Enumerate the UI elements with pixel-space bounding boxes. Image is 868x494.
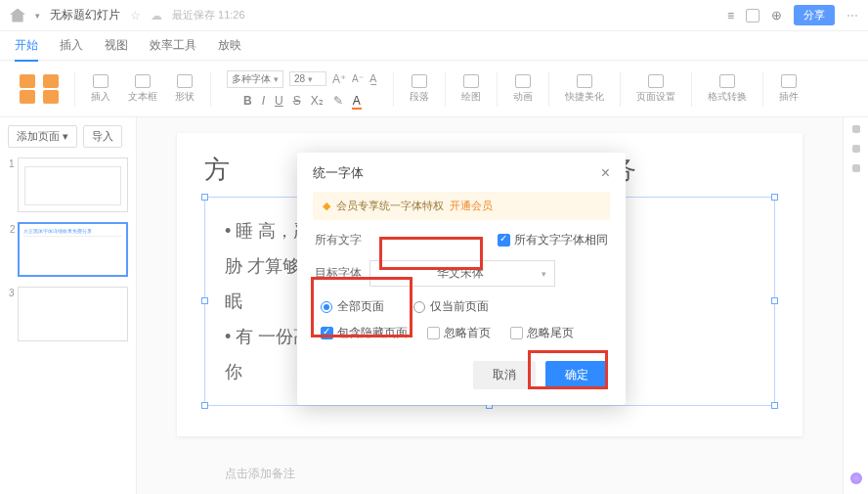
checkbox-off-icon xyxy=(510,327,523,339)
font-effects-icon[interactable]: A̲ xyxy=(369,72,377,85)
rail-icon-1[interactable] xyxy=(852,125,860,133)
paragraph-icon[interactable] xyxy=(412,74,427,88)
target-font-value: 华文宋体 xyxy=(437,265,484,282)
import-button[interactable]: 导入 xyxy=(83,125,122,148)
plugins-label: 插件 xyxy=(779,90,799,104)
slide-thumb-1[interactable]: 1 xyxy=(18,157,128,212)
draw-icon[interactable] xyxy=(463,74,479,88)
assistant-icon[interactable] xyxy=(850,472,862,484)
document-title[interactable]: 无标题幻灯片 xyxy=(50,7,120,23)
dialog-title: 统一字体 xyxy=(313,164,364,182)
tab-view[interactable]: 视图 xyxy=(105,37,128,54)
right-rail xyxy=(843,117,868,494)
close-icon[interactable]: × xyxy=(601,164,610,182)
target-font-select[interactable]: 华文宋体 ▾ xyxy=(369,260,555,287)
present-icon[interactable] xyxy=(746,9,760,22)
checkbox-on-icon xyxy=(498,234,510,247)
rail-icon-2[interactable] xyxy=(852,145,860,153)
chevron-down-icon: ▾ xyxy=(542,269,546,279)
textbox-icon[interactable] xyxy=(135,74,151,88)
format-convert-label: 格式转换 xyxy=(708,90,747,104)
highlight-icon[interactable]: ✎ xyxy=(333,94,343,108)
autosave-text: 最近保存 11:26 xyxy=(172,8,245,22)
chevron-down-icon[interactable]: ▾ xyxy=(35,11,40,21)
more-icon[interactable]: ⋯ xyxy=(846,9,858,22)
increase-font-icon[interactable]: A⁺ xyxy=(332,72,346,86)
tab-start[interactable]: 开始 xyxy=(15,37,38,54)
vip-banner: ◆ 会员专享统一字体特权 开通会员 xyxy=(313,192,610,220)
chk-skip-last[interactable]: 忽略尾页 xyxy=(510,325,574,341)
cancel-button[interactable]: 取消 xyxy=(473,361,536,389)
ok-button[interactable]: 确定 xyxy=(545,361,608,389)
page-setup-icon[interactable] xyxy=(648,74,664,88)
chk-skip-first[interactable]: 忽略首页 xyxy=(427,325,491,341)
menu-icon[interactable]: ≡ xyxy=(727,9,734,22)
clear-format-icon[interactable] xyxy=(43,90,59,104)
checkbox-off-icon xyxy=(427,327,440,339)
shape-label: 形状 xyxy=(175,90,195,104)
diamond-icon: ◆ xyxy=(323,200,330,212)
font-size-select[interactable]: 28▾ xyxy=(289,71,326,86)
checkbox-on-icon xyxy=(321,327,333,339)
paragraph-label: 段落 xyxy=(410,90,429,104)
insert-icon[interactable] xyxy=(93,74,108,88)
shape-icon[interactable] xyxy=(177,74,193,88)
target-font-label: 目标字体 xyxy=(315,265,369,282)
add-user-icon[interactable]: ⊕ xyxy=(771,8,782,22)
tab-play[interactable]: 放映 xyxy=(218,37,241,54)
home-icon[interactable] xyxy=(10,9,25,22)
bold-button[interactable]: B xyxy=(243,94,252,108)
title-bar: ▾ 无标题幻灯片 ☆ ☁ 最近保存 11:26 ≡ ⊕ 分享 ⋯ xyxy=(0,0,868,31)
menu-bar: 开始 插入 视图 效率工具 放映 xyxy=(0,31,868,61)
radio-all-pages[interactable]: 全部页面 xyxy=(321,298,384,315)
vip-text: 会员专享统一字体特权 xyxy=(336,199,444,213)
insert-label: 插入 xyxy=(91,90,110,104)
plugins-icon[interactable] xyxy=(781,74,797,88)
tab-insert[interactable]: 插入 xyxy=(60,37,83,54)
textbox-label: 文本框 xyxy=(128,90,157,104)
draw-label: 绘图 xyxy=(461,90,481,104)
radio-on-icon xyxy=(321,301,332,313)
radio-off-icon xyxy=(413,301,425,313)
cloud-icon: ☁ xyxy=(151,9,162,22)
all-text-label: 所有文字 xyxy=(315,232,369,248)
italic-button[interactable]: I xyxy=(262,94,265,108)
undo-icon[interactable] xyxy=(20,74,35,88)
share-button[interactable]: 分享 xyxy=(794,5,835,25)
star-icon[interactable]: ☆ xyxy=(130,9,141,22)
slide-thumb-2[interactable]: 2 方正黑体字体详细效果免费分享 xyxy=(18,222,128,277)
radio-current-page[interactable]: 仅当前页面 xyxy=(413,298,489,315)
animation-icon[interactable] xyxy=(515,74,531,88)
rail-icon-3[interactable] xyxy=(852,164,860,172)
page-setup-label: 页面设置 xyxy=(636,90,675,104)
superscript-button[interactable]: X₂ xyxy=(311,94,324,108)
underline-button[interactable]: U xyxy=(275,94,283,108)
vip-link[interactable]: 开通会员 xyxy=(450,199,493,213)
notes-placeholder[interactable]: 点击添加备注 xyxy=(137,466,295,482)
beautify-icon[interactable] xyxy=(577,74,592,88)
toolbar-ribbon: 插入 文本框 形状 多种字体▾ 28▾ A⁺ A⁻ A̲ B I U S X₂ … xyxy=(0,61,868,117)
slide-panel: 添加页面 ▾ 导入 1 2 方正黑体字体详细效果免费分享 3 xyxy=(0,117,137,494)
animation-label: 动画 xyxy=(513,90,533,104)
strike-button[interactable]: S xyxy=(293,94,301,108)
font-family-select[interactable]: 多种字体▾ xyxy=(227,70,283,88)
decrease-font-icon[interactable]: A⁻ xyxy=(352,73,364,84)
redo-icon[interactable] xyxy=(43,74,59,88)
beautify-label: 快捷美化 xyxy=(565,90,604,104)
font-color-button[interactable]: A xyxy=(353,94,361,108)
same-font-checkbox[interactable]: 所有文字字体相同 xyxy=(498,232,608,248)
tab-tools[interactable]: 效率工具 xyxy=(150,37,196,54)
unify-font-dialog: 统一字体 × ◆ 会员专享统一字体特权 开通会员 所有文字 所有文字字体相同 目… xyxy=(297,153,626,405)
add-page-button[interactable]: 添加页面 ▾ xyxy=(8,125,77,148)
format-painter-icon[interactable] xyxy=(20,90,35,104)
chk-include-hidden[interactable]: 包含隐藏页面 xyxy=(321,325,408,341)
format-convert-icon[interactable] xyxy=(719,74,735,88)
slide-thumb-3[interactable]: 3 xyxy=(18,287,128,341)
